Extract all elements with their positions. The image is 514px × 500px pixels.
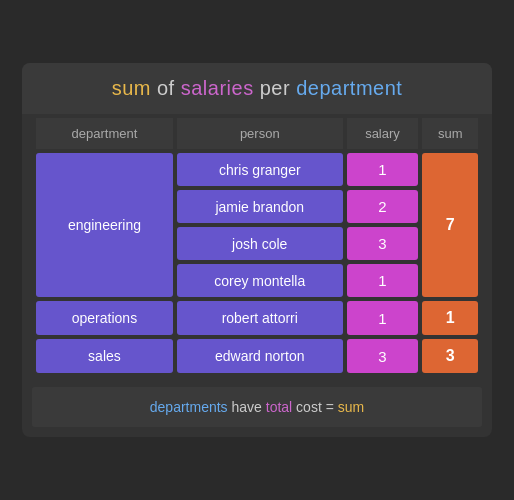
salary-ops: 1	[347, 301, 419, 335]
salary-3: 3	[347, 227, 419, 260]
footer-sum: sum	[338, 399, 364, 415]
title-per: per	[260, 77, 296, 99]
footer-bar: departments have total cost = sum	[32, 387, 482, 427]
table-wrapper: department person salary sum engineering…	[22, 114, 492, 387]
person-chris-granger: chris granger	[177, 153, 343, 186]
footer-cost: cost =	[296, 399, 338, 415]
sum-engineering: 7	[422, 153, 478, 297]
table-row: operations robert attorri 1 1	[36, 301, 478, 335]
footer-total: total	[266, 399, 292, 415]
title-sum: sum	[112, 77, 151, 99]
person-edward-norton: edward norton	[177, 339, 343, 373]
person-robert-attorri: robert attorri	[177, 301, 343, 335]
table-row: engineering chris granger 1 7	[36, 153, 478, 186]
salary-2: 2	[347, 190, 419, 223]
person-josh-cole: josh cole	[177, 227, 343, 260]
title-department: department	[296, 77, 402, 99]
footer-departments: departments	[150, 399, 228, 415]
title-of: of	[157, 77, 181, 99]
salary-1: 1	[347, 153, 419, 186]
salary-1b: 1	[347, 264, 419, 297]
sum-sales: 3	[422, 339, 478, 373]
header-salary: salary	[347, 118, 419, 149]
dept-engineering: engineering	[36, 153, 173, 297]
title-bar: sum of salaries per department	[22, 63, 492, 114]
data-table: department person salary sum engineering…	[32, 114, 482, 377]
table-row: sales edward norton 3 3	[36, 339, 478, 373]
header-department: department	[36, 118, 173, 149]
header-sum: sum	[422, 118, 478, 149]
footer-have: have	[232, 399, 266, 415]
person-jamie-brandon: jamie brandon	[177, 190, 343, 223]
person-corey-montella: corey montella	[177, 264, 343, 297]
salary-sales: 3	[347, 339, 419, 373]
sum-operations: 1	[422, 301, 478, 335]
dept-operations: operations	[36, 301, 173, 335]
dept-sales: sales	[36, 339, 173, 373]
main-container: sum of salaries per department departmen…	[22, 63, 492, 437]
title-salaries: salaries	[181, 77, 254, 99]
header-person: person	[177, 118, 343, 149]
